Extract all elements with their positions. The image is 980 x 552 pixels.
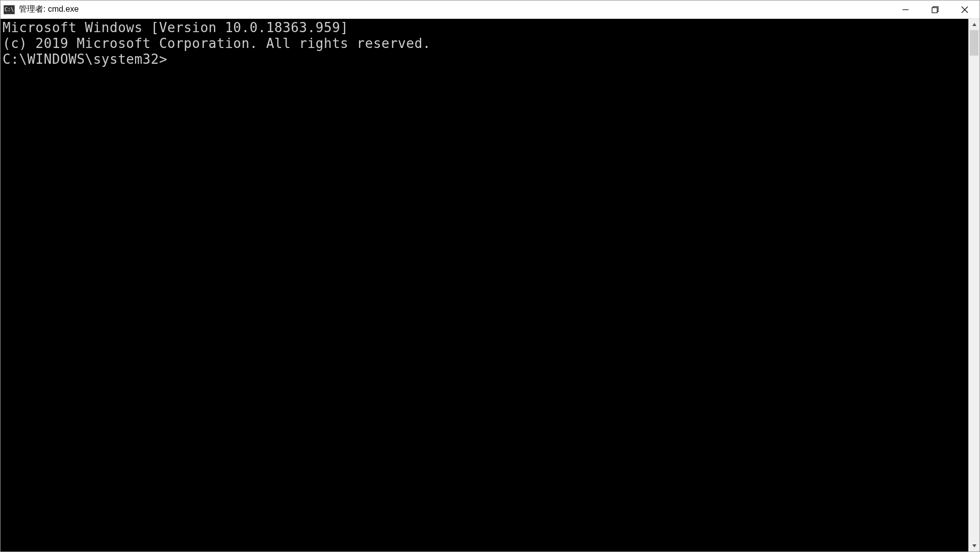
svg-marker-6	[972, 544, 976, 547]
window-controls	[891, 1, 979, 18]
terminal-output[interactable]: Microsoft Windows [Version 10.0.18363.95…	[1, 19, 968, 551]
cmd-app-icon: C:\	[4, 5, 15, 14]
content-wrapper: Microsoft Windows [Version 10.0.18363.95…	[1, 19, 979, 551]
maximize-icon	[932, 6, 939, 13]
titlebar[interactable]: C:\ 管理者: cmd.exe	[1, 1, 979, 19]
scroll-thumb[interactable]	[970, 30, 978, 56]
window-title: 管理者: cmd.exe	[19, 4, 79, 15]
close-icon	[961, 6, 968, 13]
prompt-text: C:\WINDOWS\system32>	[3, 52, 167, 67]
cmd-window: C:\ 管理者: cmd.exe Microsoft Windows [V	[0, 0, 980, 552]
scroll-track[interactable]	[969, 30, 979, 540]
scroll-down-arrow-icon[interactable]	[969, 540, 979, 551]
titlebar-left: C:\ 管理者: cmd.exe	[1, 4, 79, 15]
close-button[interactable]	[950, 1, 979, 18]
svg-rect-2	[932, 8, 937, 13]
svg-marker-5	[972, 23, 976, 26]
minimize-icon	[902, 6, 909, 13]
prompt-line: C:\WINDOWS\system32>	[3, 52, 966, 67]
terminal-line: (c) 2019 Microsoft Corporation. All righ…	[3, 36, 966, 52]
maximize-button[interactable]	[920, 1, 950, 18]
minimize-button[interactable]	[891, 1, 920, 18]
terminal-line: Microsoft Windows [Version 10.0.18363.95…	[3, 20, 966, 36]
scroll-up-arrow-icon[interactable]	[969, 19, 979, 30]
vertical-scrollbar[interactable]	[968, 19, 979, 551]
